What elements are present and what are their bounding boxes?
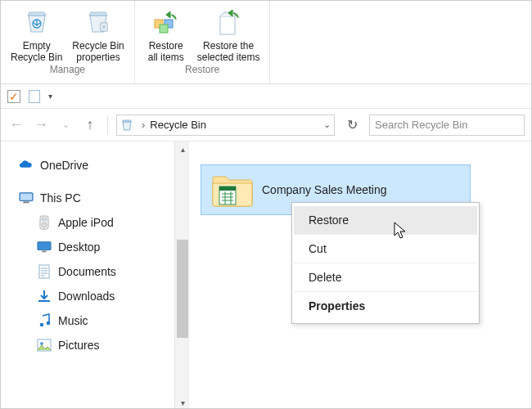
- this-pc-icon: [19, 191, 34, 205]
- sidebar-item-music[interactable]: Music: [16, 308, 182, 333]
- quick-access-toolbar: ✓ ▾: [1, 84, 531, 109]
- context-menu-label: Cut: [309, 242, 327, 255]
- folder-icon: [211, 173, 250, 206]
- sidebar-item-label: Desktop: [58, 240, 100, 254]
- empty-recycle-bin-button[interactable]: Empty Recycle Bin: [6, 2, 67, 63]
- context-menu-item-restore[interactable]: Restore: [294, 206, 477, 235]
- sidebar-item-label: Music: [58, 314, 88, 327]
- ribbon-group-restore: Restore all items Restore the selected i…: [135, 1, 271, 83]
- ribbon: Empty Recycle Bin Recycle Bin properties…: [1, 1, 531, 84]
- sidebar-item-this-pc[interactable]: This PC: [16, 186, 182, 210]
- ribbon-group-manage: Empty Recycle Bin Recycle Bin properties…: [1, 1, 135, 83]
- svg-rect-10: [42, 218, 47, 222]
- downloads-icon: [37, 289, 52, 303]
- recycle-bin-icon: [120, 119, 133, 132]
- recycle-bin-empty-icon: [20, 6, 53, 38]
- search-placeholder: Search Recycle Bin: [375, 119, 467, 131]
- address-bar[interactable]: Recycle Bin ⌄: [116, 115, 335, 136]
- svg-rect-7: [20, 194, 32, 200]
- documents-icon: [37, 264, 52, 279]
- navigation-sidebar: OneDrive This PC Apple iPod Desktop Doc: [1, 142, 189, 409]
- ribbon-group-title: Manage: [50, 63, 85, 79]
- sidebar-item-label: Documents: [58, 265, 116, 278]
- separator: [107, 116, 108, 134]
- svg-rect-13: [42, 251, 46, 253]
- context-menu-item-delete[interactable]: Delete: [294, 263, 477, 292]
- qat-customize-chevron-icon[interactable]: ▾: [48, 92, 52, 101]
- sidebar-item-pictures[interactable]: Pictures: [16, 333, 182, 357]
- restore-selected-items-button[interactable]: Restore the selected items: [192, 2, 265, 63]
- qat-checkbox-icon[interactable]: ✓: [7, 90, 20, 103]
- sidebar-item-label: Apple iPod: [58, 216, 114, 229]
- qat-page-icon[interactable]: [29, 90, 40, 103]
- navigation-bar: ← → ⌄ ↑ Recycle Bin ⌄ ↻ Search Recycle B…: [1, 109, 531, 142]
- ribbon-label: Restore all items: [148, 40, 184, 63]
- ribbon-label: Empty Recycle Bin: [11, 40, 62, 63]
- sidebar-item-desktop[interactable]: Desktop: [16, 235, 182, 259]
- nav-forward-button[interactable]: →: [32, 116, 50, 134]
- svg-rect-21: [219, 187, 236, 191]
- svg-point-17: [47, 321, 51, 326]
- svg-point-11: [42, 222, 47, 227]
- breadcrumb-item[interactable]: Recycle Bin: [137, 119, 211, 131]
- svg-rect-4: [160, 25, 168, 33]
- sidebar-item-label: Downloads: [58, 290, 115, 303]
- scrollbar-thumb[interactable]: [177, 240, 188, 338]
- scroll-down-arrow-icon[interactable]: ▾: [175, 395, 189, 409]
- svg-rect-14: [39, 265, 49, 278]
- ipod-icon: [37, 215, 52, 230]
- sidebar-scrollbar[interactable]: ▴ ▾: [174, 142, 189, 409]
- sidebar-item-label: Pictures: [58, 339, 100, 352]
- context-menu: Restore Cut Delete Properties: [291, 202, 480, 324]
- refresh-button[interactable]: ↻: [341, 115, 363, 136]
- sidebar-item-onedrive[interactable]: OneDrive: [16, 153, 182, 178]
- file-name: Company Sales Meeting: [262, 183, 387, 196]
- desktop-icon: [37, 240, 52, 254]
- svg-rect-5: [220, 16, 235, 34]
- svg-rect-15: [38, 300, 50, 302]
- svg-point-16: [40, 323, 44, 327]
- sidebar-item-documents[interactable]: Documents: [16, 259, 182, 284]
- search-input[interactable]: Search Recycle Bin: [369, 115, 525, 136]
- context-menu-item-cut[interactable]: Cut: [294, 235, 477, 263]
- address-history-chevron-icon[interactable]: ⌄: [323, 119, 331, 130]
- ribbon-group-title: Restore: [185, 63, 219, 79]
- context-menu-label: Delete: [309, 271, 341, 284]
- svg-rect-8: [23, 202, 29, 204]
- nav-up-button[interactable]: ↑: [81, 116, 99, 134]
- sidebar-item-downloads[interactable]: Downloads: [16, 284, 182, 308]
- nav-recent-chevron-icon[interactable]: ⌄: [56, 116, 74, 134]
- ribbon-label: Restore the selected items: [197, 40, 260, 63]
- context-menu-label: Properties: [309, 299, 365, 312]
- context-menu-item-properties[interactable]: Properties: [294, 292, 477, 320]
- ribbon-label: Recycle Bin properties: [72, 40, 124, 63]
- restore-selected-icon: [212, 6, 245, 38]
- recycle-bin-properties-button[interactable]: Recycle Bin properties: [67, 2, 128, 63]
- music-icon: [37, 313, 52, 328]
- sidebar-item-label: OneDrive: [40, 159, 88, 172]
- restore-all-items-button[interactable]: Restore all items: [140, 2, 192, 63]
- recycle-bin-properties-icon: [82, 6, 115, 38]
- scroll-up-arrow-icon[interactable]: ▴: [175, 142, 189, 156]
- onedrive-icon: [19, 158, 34, 173]
- restore-all-icon: [150, 6, 183, 38]
- svg-rect-12: [38, 242, 51, 250]
- pictures-icon: [37, 338, 52, 353]
- context-menu-label: Restore: [309, 213, 349, 227]
- nav-back-button[interactable]: ←: [7, 116, 25, 134]
- sidebar-item-label: This PC: [40, 191, 81, 204]
- sidebar-item-apple-ipod[interactable]: Apple iPod: [16, 210, 182, 235]
